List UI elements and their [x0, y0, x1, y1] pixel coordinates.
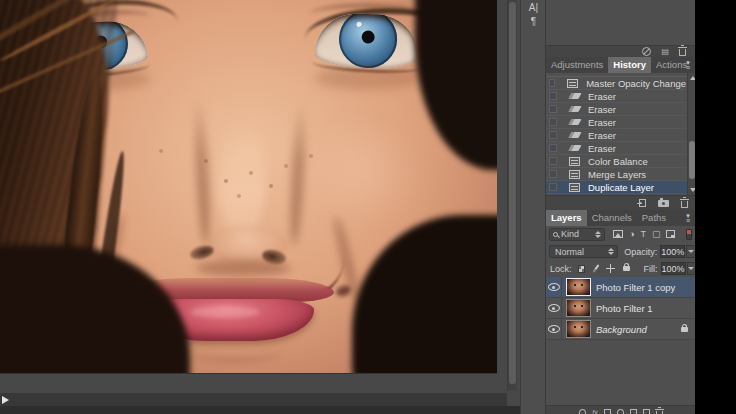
- layer-row-selected[interactable]: Photo Filter 1 copy: [546, 277, 696, 298]
- shape-layer-filter-icon[interactable]: ▢: [652, 228, 661, 240]
- layer-style-icon[interactable]: fx: [592, 409, 597, 414]
- photo-hair-bottom-right: [352, 215, 497, 373]
- history-item-label: Duplicate Layer: [588, 182, 654, 193]
- eraser-tool-icon: [568, 93, 581, 99]
- history-panel-tabbar: Adjustments History Actions ▾≡: [546, 57, 696, 73]
- canvas-vertical-scrollbar[interactable]: [507, 0, 517, 391]
- clip-to-layer-icon[interactable]: ▤: [661, 48, 669, 56]
- pixel-layer-filter-icon[interactable]: [613, 230, 623, 238]
- properties-panel-bottom-bar: ▤: [546, 45, 696, 57]
- new-snapshot-icon[interactable]: [658, 200, 669, 207]
- blend-mode-dropdown[interactable]: Normal: [549, 245, 618, 258]
- history-state-icon: [567, 79, 578, 88]
- adjustment-layer-icon[interactable]: [617, 409, 624, 414]
- layer-row-background[interactable]: Background: [546, 319, 696, 340]
- layer-mask-icon[interactable]: [604, 409, 611, 414]
- paragraph-panel-icon[interactable]: ¶: [521, 16, 546, 28]
- history-source-checkbox[interactable]: [549, 92, 557, 100]
- history-source-checkbox[interactable]: [549, 183, 557, 191]
- history-state-icon: [569, 183, 580, 192]
- delete-icon[interactable]: [679, 49, 686, 56]
- history-item-label: Eraser: [588, 104, 616, 115]
- layer-filter-toggle[interactable]: [686, 229, 692, 240]
- history-source-checkbox[interactable]: [549, 170, 557, 178]
- history-item[interactable]: Eraser: [546, 116, 696, 129]
- new-layer-icon[interactable]: [643, 409, 650, 414]
- filter-kind-dropdown[interactable]: Kind: [549, 228, 605, 241]
- window-bottom-strip: [0, 406, 520, 414]
- lock-label: Lock:: [550, 264, 572, 274]
- tab-history[interactable]: History: [608, 57, 651, 73]
- eye-icon: [548, 325, 560, 333]
- history-source-checkbox[interactable]: [549, 144, 557, 152]
- lock-all-icon[interactable]: [623, 266, 629, 271]
- opacity-label: Opacity:: [624, 247, 657, 257]
- lock-transparency-icon[interactable]: [578, 265, 586, 273]
- dropdown-arrows-icon: [608, 248, 614, 255]
- history-item[interactable]: Master Opacity Change: [546, 77, 696, 90]
- history-source-checkbox[interactable]: [549, 118, 557, 126]
- type-layer-filter-icon[interactable]: T: [640, 228, 646, 240]
- panels-column: ▤ Adjustments History Actions ▾≡ Master …: [545, 0, 695, 414]
- layer-row[interactable]: Photo Filter 1: [546, 298, 696, 319]
- layer-group-icon[interactable]: [630, 409, 637, 414]
- fill-value[interactable]: 100%: [661, 262, 686, 275]
- panel-menu-icon[interactable]: ▾≡: [682, 60, 694, 70]
- opacity-value[interactable]: 100%: [660, 245, 685, 258]
- adjustment-layer-filter-icon[interactable]: ◑: [629, 228, 634, 240]
- tab-paths[interactable]: Paths: [637, 210, 671, 226]
- history-item-label: Eraser: [588, 130, 616, 141]
- lock-position-icon[interactable]: [606, 264, 614, 273]
- canvas-horizontal-scrollbar[interactable]: [0, 393, 507, 406]
- history-source-checkbox[interactable]: [549, 79, 555, 87]
- smart-object-filter-icon[interactable]: [666, 230, 675, 238]
- filter-kind-label: Kind: [561, 229, 579, 239]
- history-source-checkbox[interactable]: [549, 105, 557, 113]
- history-item[interactable]: Merge Layers: [546, 168, 696, 181]
- fill-label: Fill:: [644, 264, 658, 274]
- history-item[interactable]: Eraser: [546, 103, 696, 116]
- layer-name: Background: [596, 324, 647, 335]
- history-item-selected[interactable]: Duplicate Layer: [546, 181, 696, 194]
- link-layers-icon[interactable]: [579, 409, 586, 414]
- history-item-label: Eraser: [588, 117, 616, 128]
- blend-mode-row: Normal Opacity: 100%: [546, 243, 696, 260]
- history-item[interactable]: Eraser: [546, 90, 696, 103]
- layer-visibility-cell[interactable]: [546, 298, 562, 318]
- photo-nose-highlight: [218, 120, 266, 240]
- history-source-checkbox[interactable]: [549, 157, 557, 165]
- canvas-pasteboard: [0, 0, 520, 414]
- new-document-from-state-icon[interactable]: [639, 199, 646, 207]
- layer-thumbnail[interactable]: [566, 299, 591, 317]
- panel-menu-icon[interactable]: ▾≡: [682, 213, 694, 223]
- eraser-tool-icon: [568, 119, 581, 125]
- background-lock-icon: [681, 327, 688, 332]
- layers-panel-tabbar: Layers Channels Paths ▾≡: [546, 210, 696, 226]
- photo-nose-shadow: [192, 95, 212, 245]
- dropdown-arrows-icon: [595, 231, 601, 238]
- eye-icon: [548, 283, 560, 291]
- history-list: Master Opacity Change Eraser Eraser Eras…: [546, 73, 696, 195]
- history-item[interactable]: Eraser: [546, 142, 696, 155]
- history-source-checkbox[interactable]: [549, 131, 557, 139]
- delete-state-icon[interactable]: [681, 201, 688, 208]
- layer-visibility-cell[interactable]: [546, 277, 562, 297]
- canvas-photo-girl-face[interactable]: [0, 0, 497, 373]
- tab-adjustments[interactable]: Adjustments: [546, 57, 608, 73]
- tab-layers[interactable]: Layers: [546, 210, 587, 226]
- properties-panel: [546, 0, 696, 45]
- lock-paint-icon[interactable]: [593, 264, 600, 272]
- history-panel: Adjustments History Actions ▾≡ Master Op…: [546, 57, 696, 210]
- layer-thumbnail[interactable]: [566, 320, 591, 338]
- history-item[interactable]: Eraser: [546, 129, 696, 142]
- layer-visibility-cell[interactable]: [546, 319, 562, 339]
- toggle-visibility-icon[interactable]: [642, 47, 651, 56]
- vertical-scrollbar-thumb[interactable]: [509, 2, 516, 384]
- layer-thumbnail[interactable]: [566, 278, 591, 296]
- character-panel-icon[interactable]: A|: [521, 2, 546, 14]
- history-panel-bottom-bar: [546, 195, 696, 210]
- photo-hair-top-right: [415, 0, 497, 170]
- tab-channels[interactable]: Channels: [587, 210, 637, 226]
- history-item[interactable]: Color Balance: [546, 155, 696, 168]
- layers-panel-bottom-bar: fx: [546, 405, 696, 414]
